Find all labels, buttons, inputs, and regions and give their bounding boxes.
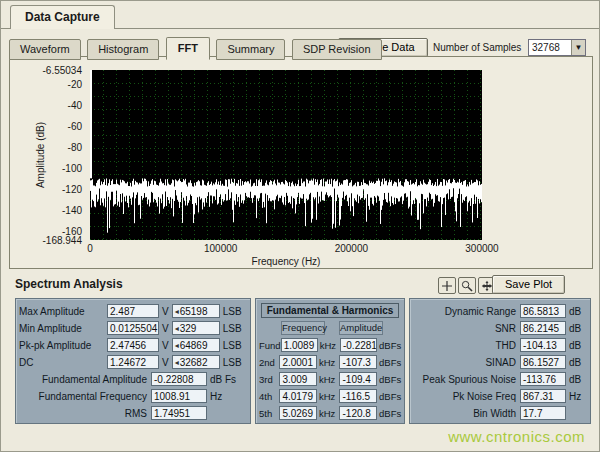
dynamic-range-value[interactable]: 86.5813 xyxy=(520,304,566,318)
pk-noise-freq-value[interactable]: 867.31 xyxy=(520,389,566,403)
unit-label: dB xyxy=(569,357,587,368)
x-tick: 200000 xyxy=(335,243,368,254)
samples-combobox[interactable]: 32768 ▼ xyxy=(528,39,586,56)
unit-label: LSB xyxy=(223,357,242,368)
harmonic-freq[interactable]: 4.0179 xyxy=(279,389,317,403)
save-plot-button[interactable]: Save Plot xyxy=(492,275,565,294)
fundamental-amplitude-value[interactable]: -0.22808 xyxy=(151,372,207,386)
unit-label: kHz xyxy=(319,408,338,419)
harmonic-freq[interactable]: 2.0001 xyxy=(279,355,317,369)
unit-label: V xyxy=(162,306,169,317)
harmonic-amp[interactable]: -116.5 xyxy=(339,389,377,403)
harmonics-header: Frequency Amplitude xyxy=(259,321,401,335)
spinner-icon[interactable]: ◂ xyxy=(175,358,179,367)
unit-label: kHz xyxy=(320,340,338,351)
y-tick: -80 xyxy=(68,141,82,152)
metric-label: Dynamic Range xyxy=(413,306,516,317)
unit-label: LSB xyxy=(223,340,242,351)
field-label: Fundamental Frequency xyxy=(19,391,147,402)
tab-fft[interactable]: FFT xyxy=(166,37,210,60)
lsb-value: 65198 xyxy=(180,306,208,317)
amplitude-column-header: Amplitude xyxy=(339,321,383,335)
pkpk-amplitude-value[interactable]: 2.47456 xyxy=(107,338,159,352)
field-label: Pk-pk Amplitude xyxy=(19,340,107,351)
max-amplitude-lsb[interactable]: ◂65198 xyxy=(172,304,220,318)
metric-row: Peak Spurious Noise -113.76 dB xyxy=(413,371,587,387)
unit-label: dBFs xyxy=(379,391,399,402)
field-row: Fundamental Amplitude -0.22808 dB Fs xyxy=(19,371,247,387)
watermark: www.cntronics.com xyxy=(448,428,585,445)
harmonics-panel: Fundamental & Harmonics Frequency Amplit… xyxy=(255,298,405,424)
crosshair-icon[interactable] xyxy=(438,277,456,294)
snr-value[interactable]: 86.2145 xyxy=(520,321,566,335)
metric-label: THD xyxy=(413,340,516,351)
data-capture-window: Data Capture Waveform Histogram FFT Summ… xyxy=(0,0,600,452)
y-tick: -100 xyxy=(62,162,82,173)
tab-histogram[interactable]: Histogram xyxy=(87,39,159,60)
x-tick: 300000 xyxy=(465,243,498,254)
harmonic-name: 3rd xyxy=(259,374,279,385)
y-tick: -6.55034 xyxy=(43,65,82,76)
harmonic-name: 4th xyxy=(259,391,279,402)
field-label: Max Amplitude xyxy=(19,306,107,317)
min-amplitude-value[interactable]: 0.0125504 xyxy=(107,321,159,335)
thd-value[interactable]: -104.13 xyxy=(520,338,566,352)
spinner-icon[interactable]: ◂ xyxy=(175,307,179,316)
metrics-panel: Dynamic Range 86.5813 dB SNR 86.2145 dB … xyxy=(409,298,591,424)
bin-width-value[interactable]: 17.7 xyxy=(520,406,566,420)
spacer xyxy=(325,321,339,335)
tab-waveform[interactable]: Waveform xyxy=(9,39,81,60)
window-title-tab[interactable]: Data Capture xyxy=(10,5,115,29)
rms-value[interactable]: 1.74951 xyxy=(151,406,207,420)
max-amplitude-value[interactable]: 2.487 xyxy=(107,304,159,318)
y-tick: -120 xyxy=(62,183,82,194)
chevron-down-icon[interactable]: ▼ xyxy=(571,40,585,55)
harmonic-freq[interactable]: 5.0269 xyxy=(279,406,317,420)
field-row: Min Amplitude 0.0125504 V ◂329 LSB xyxy=(19,320,247,336)
y-tick: -60 xyxy=(68,120,82,131)
field-label: Min Amplitude xyxy=(19,323,107,334)
metric-row: SINAD 86.1527 dB xyxy=(413,354,587,370)
unit-label: kHz xyxy=(319,374,338,385)
harmonic-amp[interactable]: -107.3 xyxy=(339,355,377,369)
peak-spurious-noise-value[interactable]: -113.76 xyxy=(520,372,566,386)
harmonic-freq[interactable]: 3.009 xyxy=(279,372,317,386)
unit-label: Hz xyxy=(569,391,587,402)
metric-row: THD -104.13 dB xyxy=(413,337,587,353)
harmonic-freq[interactable]: 1.0089 xyxy=(281,338,318,352)
dc-value[interactable]: 1.24672 xyxy=(107,355,159,369)
spinner-icon[interactable]: ◂ xyxy=(175,324,179,333)
field-row: DC 1.24672 V ◂32682 LSB xyxy=(19,354,247,370)
tab-summary[interactable]: Summary xyxy=(216,39,285,60)
y-tick: -168.944 xyxy=(43,235,82,246)
spinner-icon[interactable]: ◂ xyxy=(175,341,179,350)
harmonics-title: Fundamental & Harmonics xyxy=(261,303,399,318)
zoom-icon[interactable] xyxy=(458,277,476,294)
fft-plot-area[interactable] xyxy=(90,70,482,240)
unit-label: dB xyxy=(569,306,587,317)
harmonic-amp[interactable]: -120.8 xyxy=(339,406,377,420)
unit-label: V xyxy=(162,340,169,351)
harmonic-name: 2nd xyxy=(259,357,279,368)
harmonic-row: Fund 1.0089 kHz -0.2281 dBFs xyxy=(259,337,401,353)
harmonic-amp[interactable]: -109.4 xyxy=(339,372,377,386)
metric-label: Bin Width xyxy=(413,408,516,419)
min-amplitude-lsb[interactable]: ◂329 xyxy=(172,321,220,335)
metric-row: Pk Noise Freq 867.31 Hz xyxy=(413,388,587,404)
unit-label: kHz xyxy=(319,391,338,402)
dc-lsb[interactable]: ◂32682 xyxy=(172,355,220,369)
harmonic-name: Fund xyxy=(259,340,281,351)
metric-row: Dynamic Range 86.5813 dB xyxy=(413,303,587,319)
field-label: Fundamental Amplitude xyxy=(19,374,147,385)
tab-sdp-revision[interactable]: SDP Revision xyxy=(292,39,382,60)
field-row: RMS 1.74951 xyxy=(19,405,247,421)
unit-label: V xyxy=(162,357,169,368)
harmonic-amp[interactable]: -0.2281 xyxy=(340,338,377,352)
number-of-samples-label: Number of Samples xyxy=(433,42,521,53)
field-label: DC xyxy=(19,357,107,368)
fundamental-frequency-value[interactable]: 1008.91 xyxy=(151,389,207,403)
fft-canvas[interactable] xyxy=(90,70,482,240)
pkpk-amplitude-lsb[interactable]: ◂64869 xyxy=(172,338,220,352)
plot-toolbar xyxy=(438,277,496,294)
sinad-value[interactable]: 86.1527 xyxy=(520,355,566,369)
